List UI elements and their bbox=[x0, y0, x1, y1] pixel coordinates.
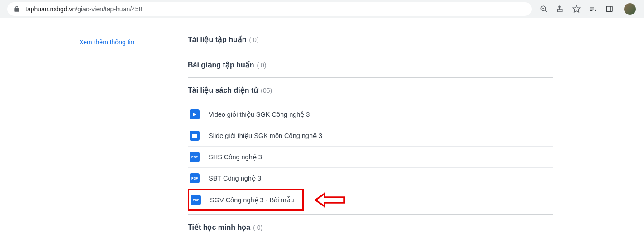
svg-rect-4 bbox=[606, 6, 612, 11]
doc-label: Slide giới thiệu SGK môn Công nghệ 3 bbox=[209, 132, 322, 139]
arrow-left-icon bbox=[315, 192, 346, 208]
section-tai-lieu-sach-dien-tu: Tài liệu sách điện tử (05) Video giới th… bbox=[188, 78, 553, 214]
section-tiet-hoc-minh-hoa[interactable]: Tiết học minh họa ( 0) bbox=[188, 214, 553, 238]
url-bar[interactable]: taphuan.nxbgd.vn/giao-vien/tap-huan/458 bbox=[7, 2, 532, 16]
list-item[interactable]: PDF SBT Công nghệ 3 bbox=[188, 168, 553, 189]
pdf-icon: PDF bbox=[190, 152, 200, 162]
doc-label: Video giới thiệu SGK Công nghệ 3 bbox=[209, 111, 310, 118]
doc-label: SHS Công nghệ 3 bbox=[209, 153, 262, 161]
lock-icon bbox=[14, 6, 20, 12]
panel-icon[interactable] bbox=[605, 5, 613, 13]
section-tai-lieu-tap-huan[interactable]: Tài liệu tập huấn ( 0) bbox=[188, 27, 553, 52]
bookmark-star-icon[interactable] bbox=[572, 5, 581, 13]
page-content: Xem thêm thông tin Tài liệu tập huấn ( 0… bbox=[0, 18, 644, 238]
url-path: /giao-vien/tap-huan/458 bbox=[76, 5, 142, 13]
section-bai-giang-tap-huan[interactable]: Bài giảng tập huấn ( 0) bbox=[188, 52, 553, 78]
list-item[interactable]: Slide giới thiệu SGK môn Công nghệ 3 bbox=[188, 125, 553, 147]
slide-icon bbox=[190, 131, 200, 141]
pdf-icon: PDF bbox=[190, 173, 200, 183]
list-item[interactable]: PDF SGV Công nghệ 3 - Bài mẫu bbox=[189, 190, 302, 209]
list-item[interactable]: PDF SHS Công nghệ 3 bbox=[188, 147, 553, 168]
section-title: Tiết học minh họa bbox=[188, 223, 250, 232]
section-title: Tài liệu tập huấn bbox=[188, 35, 247, 44]
playlist-icon[interactable] bbox=[589, 5, 597, 13]
browser-address-bar: taphuan.nxbgd.vn/giao-vien/tap-huan/458 bbox=[0, 0, 644, 18]
doc-label: SBT Công nghệ 3 bbox=[209, 175, 261, 182]
url-host: taphuan.nxbgd.vn bbox=[25, 5, 76, 13]
section-count: ( 0) bbox=[253, 224, 262, 231]
main-content: Tài liệu tập huấn ( 0) Bài giảng tập huấ… bbox=[188, 20, 644, 238]
section-count: ( 0) bbox=[257, 62, 266, 69]
section-count: ( 0) bbox=[249, 36, 259, 43]
list-item[interactable]: Video giới thiệu SGK Công nghệ 3 bbox=[188, 104, 553, 125]
browser-actions bbox=[535, 3, 640, 15]
highlighted-row: PDF SGV Công nghệ 3 - Bài mẫu bbox=[188, 189, 553, 211]
svg-marker-6 bbox=[193, 113, 196, 116]
section-count: (05) bbox=[261, 87, 272, 94]
zoom-out-icon[interactable] bbox=[540, 5, 548, 13]
share-icon[interactable] bbox=[556, 5, 564, 13]
svg-line-1 bbox=[545, 10, 547, 12]
section-title: Bài giảng tập huấn bbox=[188, 61, 254, 69]
truncated-section bbox=[188, 20, 553, 27]
section-title: Tài liệu sách điện tử bbox=[188, 86, 258, 95]
highlight-annotation: PDF SGV Công nghệ 3 - Bài mẫu bbox=[188, 189, 304, 211]
profile-avatar[interactable] bbox=[624, 3, 636, 15]
video-icon bbox=[190, 109, 200, 119]
pdf-icon: PDF bbox=[191, 195, 201, 205]
doc-label: SGV Công nghệ 3 - Bài mẫu bbox=[210, 196, 294, 204]
document-list: Video giới thiệu SGK Công nghệ 3 Slide g… bbox=[188, 101, 553, 211]
svg-marker-3 bbox=[573, 5, 580, 12]
sidebar: Xem thêm thông tin bbox=[0, 20, 188, 238]
more-info-link[interactable]: Xem thêm thông tin bbox=[79, 38, 134, 46]
